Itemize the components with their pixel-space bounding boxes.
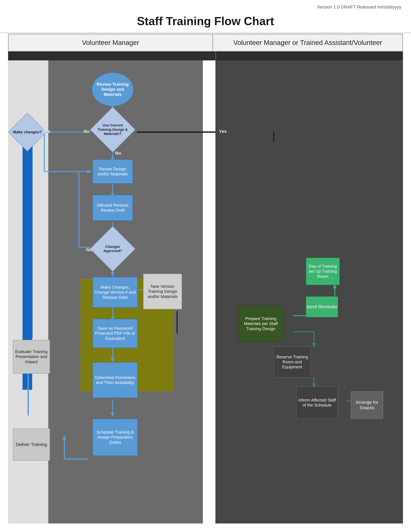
node-day-of-training: Day of Training set Up Training Room [306, 258, 340, 285]
flowchart-svg [0, 0, 411, 532]
node-determine-presenters: Determine Presenters and Their Availabil… [93, 362, 138, 398]
node-changes-approved-wrapper: Changes Approved? [96, 232, 130, 266]
dark-band [8, 52, 403, 60]
svg-rect-5 [216, 60, 403, 523]
page-title: Staff Training Flow Chart [0, 10, 411, 33]
node-arrange-snacks: Arrange for Snacks [351, 391, 383, 419]
col-header-volunteer-manager-trained: Volunteer Manager or Trained Assistant/V… [213, 34, 402, 51]
svg-marker-41 [312, 343, 316, 348]
svg-marker-52 [63, 435, 66, 440]
node-affected-review: Affected Persons Review Draft [93, 195, 133, 221]
label-yes-use-current: Yes [219, 129, 227, 134]
node-evaluate-training: Evaluate Training Presentation and Impac… [13, 340, 50, 374]
node-make-changes-version: Make Changes, Change Version # and Relea… [93, 277, 138, 308]
col-header-volunteer-manager: Volunteer Manager [9, 34, 213, 51]
svg-marker-18 [111, 272, 115, 277]
svg-marker-22 [111, 358, 115, 362]
node-schedule-training: Schedule Training & Assign Preparation D… [93, 419, 138, 456]
node-revise-design: Revise Design and/or Materials [93, 160, 133, 184]
svg-marker-32 [87, 170, 92, 173]
node-prepare-materials: Prepare Training Materials per Staff Tra… [238, 306, 283, 342]
label-no-use-current: No [84, 129, 90, 134]
label-yes-make-changes: Yes [43, 129, 50, 134]
node-new-version: New Version Training Design and/or Mater… [143, 274, 182, 309]
svg-marker-24 [111, 412, 115, 417]
node-send-reminder: Send Reminder [306, 296, 338, 317]
label-no-use-current-down: No [115, 151, 121, 156]
column-headers: Volunteer Manager Volunteer Manager or T… [8, 34, 403, 52]
label-no-changes-approved: No [86, 247, 92, 252]
node-reserve-room: Reserve Training Room and Equipment [274, 346, 311, 378]
node-deliver-training: Deliver Training [13, 428, 50, 461]
node-save-pdf: Save as Password Protected PDF File or E… [93, 319, 138, 348]
node-review-training: Review Training Design and Materials [92, 73, 134, 106]
node-use-current-wrapper: Use Current Training Design & Materials? [96, 113, 130, 147]
version-text: Version 1.0 DRAFT Released mm/dd/yyyy [317, 5, 401, 10]
node-inform-staff: Inform Affected Staff of the Schedule [296, 387, 338, 419]
svg-marker-28 [87, 170, 92, 173]
node-make-changes-wrapper: Make changes? [13, 118, 42, 147]
